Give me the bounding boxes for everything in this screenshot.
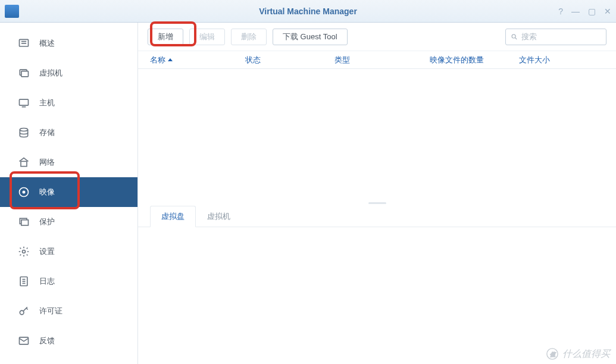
sidebar-item-host[interactable]: 主机 (0, 88, 137, 118)
download-guest-tool-button[interactable]: 下载 Guest Tool (273, 29, 348, 45)
watermark: 值 什么值得买 (546, 347, 610, 360)
svg-rect-4 (21, 71, 29, 77)
sidebar: 概述 虚拟机 主机 存储 网络 (0, 23, 138, 364)
column-image-count[interactable]: 映像文件的数量 (430, 55, 519, 65)
column-name[interactable]: 名称 (150, 55, 245, 65)
title-bar: Virtual Machine Manager ? — ▢ ✕ (0, 0, 616, 23)
watermark-icon: 值 (546, 347, 559, 360)
pane-resize-handle[interactable] (138, 200, 616, 206)
search-box[interactable] (505, 29, 606, 45)
search-input[interactable] (521, 32, 601, 41)
svg-point-20 (512, 34, 515, 37)
gear-icon (17, 244, 31, 259)
column-file-size[interactable]: 文件大小 (519, 55, 616, 65)
sidebar-item-label: 存储 (39, 127, 55, 138)
add-button[interactable]: 新增 (148, 29, 183, 45)
close-button[interactable]: ✕ (604, 7, 611, 16)
sidebar-item-label: 许可证 (39, 306, 62, 316)
svg-point-18 (20, 310, 24, 315)
sidebar-item-protection[interactable]: 保护 (0, 207, 137, 237)
svg-rect-12 (21, 220, 29, 225)
sidebar-item-network[interactable]: 网络 (0, 148, 137, 177)
app-title: Virtual Machine Manager (259, 7, 357, 16)
image-icon (17, 185, 31, 199)
table-header: 名称 状态 类型 映像文件的数量 文件大小 (138, 51, 616, 69)
sub-tab-body (138, 227, 616, 364)
key-icon (17, 304, 31, 318)
sidebar-item-settings[interactable]: 设置 (0, 237, 137, 266)
toolbar: 新增 编辑 删除 下载 Guest Tool (138, 23, 616, 51)
sidebar-item-license[interactable]: 许可证 (0, 296, 137, 326)
host-icon (17, 96, 31, 110)
help-button[interactable]: ? (558, 7, 563, 16)
table-body (138, 69, 616, 200)
sidebar-item-image[interactable]: 映像 (0, 177, 137, 207)
minimize-button[interactable]: — (571, 7, 580, 16)
svg-rect-8 (21, 161, 27, 166)
svg-text:值: 值 (550, 352, 556, 357)
sidebar-item-label: 保护 (39, 216, 55, 227)
edit-button[interactable]: 编辑 (189, 29, 225, 45)
svg-rect-5 (20, 99, 29, 105)
search-icon (511, 33, 518, 41)
sort-asc-icon (168, 58, 173, 61)
delete-button[interactable]: 删除 (231, 29, 267, 45)
sidebar-item-label: 反馈 (39, 335, 55, 346)
sidebar-item-logs[interactable]: 日志 (0, 266, 137, 296)
sidebar-item-vm[interactable]: 虚拟机 (0, 58, 137, 88)
sub-tabs: 虚拟盘 虚拟机 (138, 206, 616, 227)
network-icon (17, 155, 31, 170)
app-icon (5, 5, 19, 18)
content-area: 新增 编辑 删除 下载 Guest Tool 名称 状态 类型 映像文件的数量 … (138, 23, 616, 364)
column-status[interactable]: 状态 (245, 55, 334, 65)
sidebar-item-label: 设置 (39, 246, 55, 257)
column-type[interactable]: 类型 (334, 55, 430, 65)
maximize-button[interactable]: ▢ (588, 7, 596, 16)
svg-point-10 (23, 191, 24, 193)
logs-icon (17, 274, 31, 288)
sub-tab-virtual-machine[interactable]: 虚拟机 (196, 206, 242, 227)
sidebar-item-label: 主机 (39, 98, 55, 108)
sidebar-item-feedback[interactable]: 反馈 (0, 326, 137, 356)
sidebar-item-label: 日志 (39, 276, 55, 287)
sidebar-item-label: 概述 (39, 38, 55, 49)
overview-icon (17, 36, 31, 51)
sidebar-item-label: 映像 (39, 187, 55, 197)
storage-icon (17, 125, 31, 140)
sidebar-item-label: 网络 (39, 157, 55, 168)
protection-icon (17, 215, 31, 229)
svg-point-7 (20, 128, 27, 131)
sidebar-item-overview[interactable]: 概述 (0, 29, 137, 58)
svg-point-13 (23, 250, 26, 253)
svg-line-21 (515, 37, 517, 39)
vm-icon (17, 66, 31, 80)
sidebar-item-storage[interactable]: 存储 (0, 118, 137, 148)
feedback-icon (17, 334, 31, 348)
sub-tab-virtual-disk[interactable]: 虚拟盘 (150, 206, 196, 227)
sidebar-item-label: 虚拟机 (39, 68, 62, 79)
window-controls: ? — ▢ ✕ (558, 7, 611, 16)
